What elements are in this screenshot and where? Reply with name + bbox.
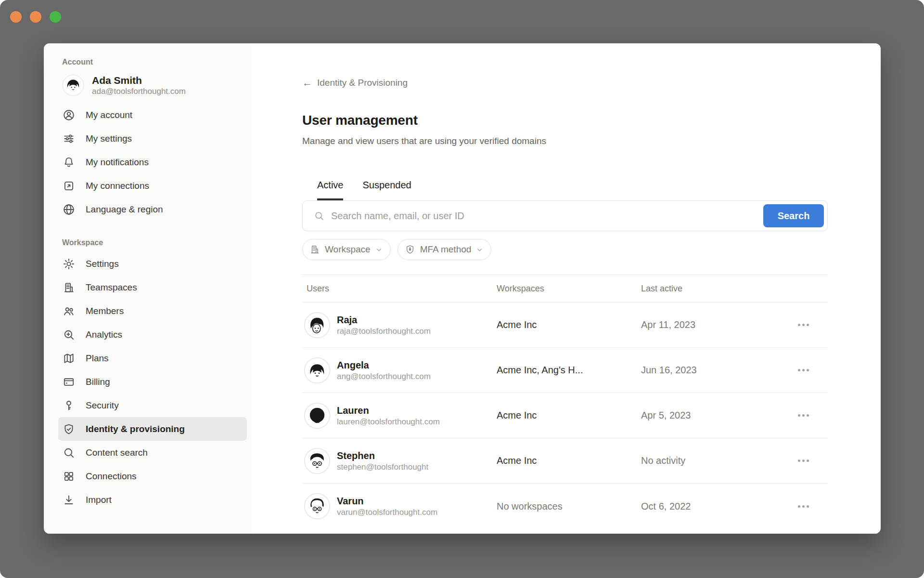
sidebar-item-label: My notifications — [86, 157, 149, 168]
workspaces-cell: Acme Inc — [497, 319, 641, 330]
sidebar-item-my-connections[interactable]: My connections — [58, 174, 247, 197]
search-input[interactable] — [324, 210, 763, 222]
sidebar-item-label: Connections — [86, 471, 137, 482]
shield-lock-icon — [405, 244, 415, 255]
back-arrow-icon: ← — [302, 77, 312, 89]
sidebar-item-connections[interactable]: Connections — [58, 464, 247, 488]
table-row: Raja raja@toolsforthought.com Acme Inc A… — [302, 302, 828, 348]
tabs: Active Suspended — [317, 180, 828, 200]
sidebar-item-import[interactable]: Import — [58, 488, 247, 512]
table-row: Stephen stephen@toolsforthought Acme Inc… — [302, 438, 828, 484]
mfa-method-filter-chip[interactable]: MFA method — [398, 239, 492, 260]
profile-name: Ada Smith — [92, 74, 186, 86]
avatar — [304, 357, 331, 384]
user-name: Angela — [337, 359, 431, 371]
user-email: varun@toolsforthought.com — [337, 507, 437, 518]
column-header-users: Users — [302, 284, 497, 294]
column-header-workspaces: Workspaces — [497, 284, 641, 294]
key-icon — [63, 399, 75, 412]
building-icon — [309, 244, 320, 255]
close-window-button[interactable] — [10, 11, 22, 23]
sidebar-item-teamspaces[interactable]: Teamspaces — [58, 276, 247, 299]
account-section-label: Account — [62, 58, 251, 66]
workspaces-cell: Acme Inc — [497, 455, 641, 466]
sidebar-item-analytics[interactable]: Analytics — [58, 323, 247, 346]
sidebar-item-label: Billing — [86, 377, 110, 387]
chevron-down-icon — [375, 246, 383, 253]
sidebar-item-label: Language & region — [86, 204, 163, 215]
window-controls — [10, 11, 61, 23]
members-icon — [63, 305, 75, 317]
search-icon — [314, 210, 324, 221]
row-actions-button[interactable] — [796, 365, 811, 375]
search-bar: Search — [302, 200, 828, 231]
chip-label: MFA method — [420, 244, 472, 255]
zoom-window-button[interactable] — [50, 11, 61, 23]
profile-email: ada@toolsforthought.com — [92, 86, 186, 96]
sidebar-item-members[interactable]: Members — [58, 299, 247, 323]
sidebar-item-label: Security — [86, 400, 119, 411]
sidebar: Account Ada Smith ada@toolsforthought.co… — [44, 43, 251, 534]
sidebar-item-label: My account — [86, 110, 132, 120]
last-active-cell: Jun 16, 2023 — [641, 365, 796, 376]
row-actions-button[interactable] — [796, 456, 811, 466]
avatar — [304, 493, 331, 520]
sidebar-item-label: My settings — [86, 133, 132, 144]
chevron-down-icon — [476, 246, 483, 253]
avatar — [304, 402, 331, 429]
chip-label: Workspace — [325, 244, 371, 255]
minimize-window-button[interactable] — [30, 11, 41, 23]
avatar — [304, 312, 331, 339]
last-active-cell: Oct 6, 2022 — [641, 501, 796, 512]
arrow-square-icon — [63, 180, 75, 192]
sidebar-item-identity-provisioning[interactable]: Identity & provisioning — [58, 417, 247, 441]
sidebar-item-language-region[interactable]: Language & region — [58, 197, 247, 221]
magnifier-icon — [63, 447, 75, 459]
last-active-cell: Apr 11, 2023 — [641, 319, 796, 330]
sidebar-item-my-account[interactable]: My account — [58, 103, 247, 127]
workspaces-cell: Acme Inc — [497, 410, 641, 421]
sidebar-item-billing[interactable]: Billing — [58, 370, 247, 394]
table-row: Varun varun@toolsforthought.com No works… — [302, 484, 828, 529]
breadcrumb-label: Identity & Provisioning — [317, 77, 408, 89]
sidebar-item-settings[interactable]: Settings — [58, 252, 247, 276]
row-actions-button[interactable] — [796, 501, 811, 512]
profile-card: Ada Smith ada@toolsforthought.com — [58, 71, 251, 99]
user-email: stephen@toolsforthought — [337, 462, 428, 473]
breadcrumb[interactable]: ← Identity & Provisioning — [302, 77, 408, 89]
user-email: lauren@toolsforthought.com — [337, 417, 440, 427]
workspace-filter-chip[interactable]: Workspace — [302, 239, 391, 260]
tab-suspended[interactable]: Suspended — [362, 180, 411, 200]
sidebar-item-plans[interactable]: Plans — [58, 346, 247, 370]
settings-window: Account Ada Smith ada@toolsforthought.co… — [44, 43, 881, 534]
avatar — [304, 447, 331, 474]
sidebar-item-label: Settings — [86, 259, 119, 269]
tab-active[interactable]: Active — [317, 180, 343, 200]
person-circle-icon — [63, 109, 75, 121]
users-table: Users Workspaces Last active — [302, 275, 828, 529]
row-actions-button[interactable] — [796, 320, 811, 330]
main-panel: ← Identity & Provisioning User managemen… — [251, 43, 881, 534]
user-name: Stephen — [337, 449, 428, 462]
sidebar-item-content-search[interactable]: Content search — [58, 441, 247, 464]
sidebar-item-label: Import — [86, 495, 112, 505]
sidebar-item-security[interactable]: Security — [58, 394, 247, 417]
user-name: Raja — [337, 314, 431, 326]
sidebar-item-label: Analytics — [86, 329, 122, 340]
user-name: Varun — [337, 495, 437, 507]
sidebar-item-my-settings[interactable]: My settings — [58, 127, 247, 150]
table-row: Lauren lauren@toolsforthought.com Acme I… — [302, 393, 828, 438]
user-email: ang@toolsforthought.com — [337, 371, 431, 382]
search-button[interactable]: Search — [763, 204, 824, 227]
sidebar-item-label: Members — [86, 306, 124, 316]
sidebar-item-label: Content search — [86, 447, 148, 458]
gear-icon — [63, 258, 75, 270]
sidebar-item-label: Teamspaces — [86, 282, 137, 293]
map-icon — [63, 352, 75, 365]
credit-card-icon — [63, 376, 75, 388]
workspace-section-label: Workspace — [62, 238, 251, 247]
last-active-cell: Apr 5, 2023 — [641, 410, 796, 421]
sidebar-item-my-notifications[interactable]: My notifications — [58, 150, 247, 174]
row-actions-button[interactable] — [796, 410, 811, 420]
sidebar-item-label: My connections — [86, 181, 149, 191]
